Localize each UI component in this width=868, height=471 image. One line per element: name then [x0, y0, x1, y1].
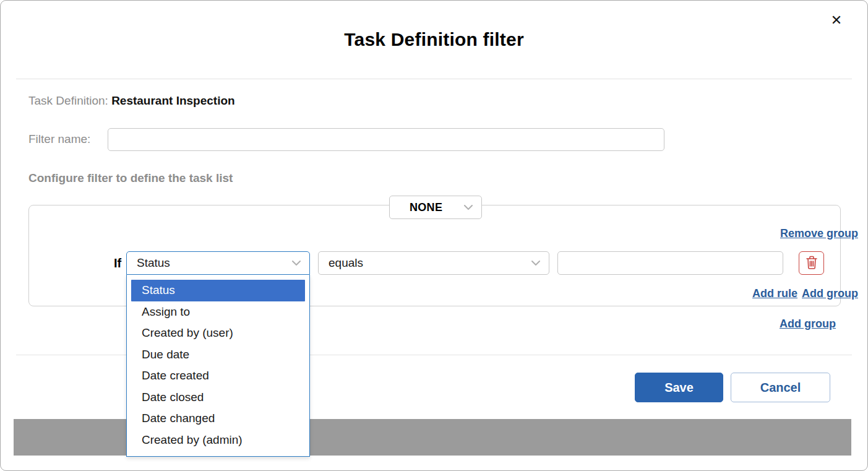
group-inner-links: Add rule Add group [752, 287, 858, 300]
close-icon[interactable]: ✕ [828, 12, 845, 29]
rule-value-input[interactable] [557, 251, 783, 275]
rule-field-value: Status [137, 256, 170, 270]
dropdown-option[interactable]: Created by (user) [131, 322, 305, 344]
add-rule-link[interactable]: Add rule [752, 287, 797, 300]
chevron-down-icon [464, 205, 473, 210]
chevron-down-icon [531, 261, 540, 266]
rule-operator-select[interactable]: equals [318, 251, 549, 275]
dropdown-option[interactable]: Status [131, 280, 305, 301]
filter-name-input[interactable] [108, 128, 664, 151]
task-definition-row: Task Definition: Restaurant Inspection [28, 94, 235, 108]
rule-if-label: If [114, 256, 121, 270]
field-dropdown-list: StatusAssign toCreated by (user)Due date… [126, 275, 310, 457]
configure-filter-text: Configure filter to define the task list [28, 171, 233, 185]
dropdown-option[interactable]: Date closed [131, 387, 305, 408]
group-conjunction-select[interactable]: NONE [389, 196, 482, 219]
trash-icon [805, 255, 819, 272]
task-definition-value: Restaurant Inspection [111, 94, 235, 107]
dropdown-option[interactable]: Created by (admin) [131, 430, 305, 451]
task-definition-filter-modal: ✕ Task Definition filter Task Definition… [0, 0, 868, 471]
rule-field-select[interactable]: Status [126, 251, 310, 275]
group-conjunction-value: NONE [410, 201, 442, 214]
header-divider [16, 79, 852, 79]
dropdown-option[interactable]: Date created [131, 365, 305, 387]
delete-rule-button[interactable] [799, 251, 824, 275]
dropdown-option[interactable]: Due date [131, 344, 305, 366]
page-title: Task Definition filter [1, 29, 867, 50]
chevron-down-icon [292, 261, 301, 266]
filter-name-label: Filter name: [28, 132, 90, 146]
dropdown-option[interactable]: Assign to [131, 301, 305, 323]
task-definition-label: Task Definition: [28, 94, 108, 107]
cancel-button[interactable]: Cancel [731, 373, 830, 402]
rule-operator-value: equals [329, 256, 363, 270]
dropdown-option[interactable]: Date changed [131, 408, 305, 430]
remove-group-link[interactable]: Remove group [780, 227, 858, 240]
outer-add-group-link[interactable]: Add group [780, 318, 836, 331]
save-button[interactable]: Save [635, 373, 723, 402]
add-group-link[interactable]: Add group [802, 287, 858, 300]
